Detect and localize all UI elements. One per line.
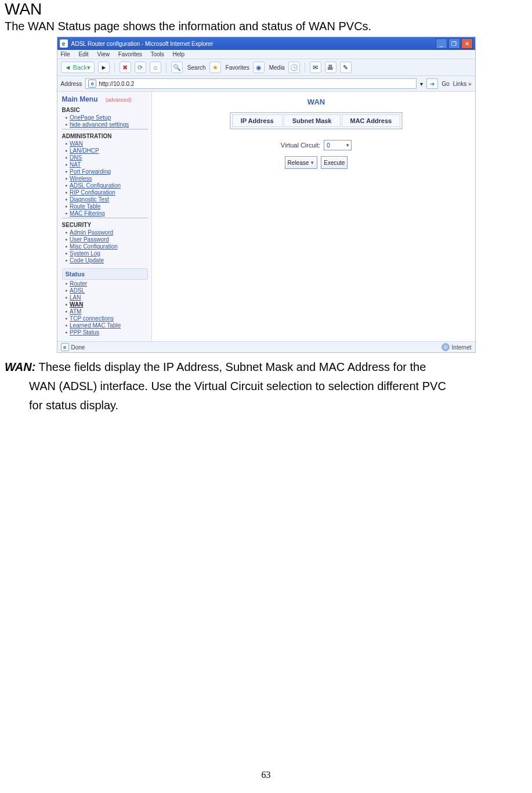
section-security: SECURITY [62, 222, 148, 228]
close-button[interactable]: ✕ [461, 38, 473, 49]
maximize-button[interactable]: ❐ [448, 38, 460, 49]
sidebar-item-hideadv[interactable]: hide advanced settings [66, 121, 148, 128]
sidebar-item-macfilter[interactable]: MAC Filtering [66, 210, 148, 217]
sidebar-item-misccfg[interactable]: Misc Configuration [66, 243, 148, 250]
wan-table: IP Address Subnet Mask MAC Address [230, 112, 403, 129]
search-button[interactable]: 🔍 [171, 62, 183, 73]
body-line3: for status display. [29, 396, 527, 415]
address-field[interactable]: e http://10.0.0.2 [85, 78, 417, 89]
sidebar-item-userpwd[interactable]: User Password [66, 236, 148, 243]
sidebar-item-routetable[interactable]: Route Table [66, 203, 148, 210]
menu-edit[interactable]: Edit [78, 51, 88, 57]
sidebar-item-onepage[interactable]: OnePage Setup [66, 114, 148, 121]
body-label: WAN: [5, 361, 35, 373]
forward-button[interactable]: ► [98, 62, 110, 73]
section-admin: ADMINISTRATION [62, 133, 148, 139]
mail-button[interactable]: ✉ [310, 62, 321, 73]
body-paragraph: WAN: These fields display the IP Address… [5, 358, 527, 415]
body-line1: These fields display the IP Address, Sub… [35, 361, 426, 373]
home-button[interactable]: ⌂ [150, 62, 161, 73]
main-menu-header: Main Menu (advanced) [62, 95, 148, 103]
sidebar-item-portfwd[interactable]: Port Forwarding [66, 168, 148, 175]
favorites-button[interactable]: ★ [209, 62, 221, 73]
sidebar-item-adminpwd[interactable]: Admin Password [66, 229, 148, 236]
zone-label: Internet [452, 344, 472, 351]
sidebar-item-landhcp[interactable]: LAN/DHCP [66, 147, 148, 154]
status-done: Done [71, 344, 85, 351]
main-panel: WAN IP Address Subnet Mask MAC Address V… [152, 92, 475, 341]
sidebar-item-wan[interactable]: WAN [66, 140, 148, 147]
minimize-button[interactable]: _ [436, 38, 447, 49]
links-label[interactable]: Links » [453, 81, 472, 87]
sidebar-item-adsl[interactable]: ADSL [66, 287, 148, 294]
vc-label: Virtual Circuit: [281, 142, 320, 149]
menu-favorites[interactable]: Favorites [118, 51, 142, 57]
section-status: Status [62, 268, 148, 280]
sidebar-item-pppstatus[interactable]: PPP Status [66, 329, 148, 336]
edit-icon: ✎ [343, 64, 348, 71]
stop-icon: ✖ [122, 64, 128, 71]
stop-button[interactable]: ✖ [120, 62, 131, 73]
favorites-label: Favorites [226, 64, 249, 71]
go-button[interactable]: ➔ [426, 78, 438, 89]
browser-statusbar: e Done Internet [57, 341, 475, 352]
back-label: Back [73, 64, 86, 71]
address-value: http://10.0.0.2 [99, 81, 134, 87]
history-button[interactable]: 🕓 [288, 62, 300, 73]
virtual-circuit-row: Virtual Circuit: 0 ▼ [281, 140, 352, 150]
toolbar: ◄Back ▾ ► ✖ ⟳ ⌂ 🔍Search ★Favorites ◉Medi… [57, 59, 475, 76]
media-label: Media [269, 64, 285, 71]
sidebar-item-dns[interactable]: DNS [66, 154, 148, 161]
security-zone: Internet [441, 343, 472, 351]
menu-help[interactable]: Help [173, 51, 185, 57]
sidebar-item-adslcfg[interactable]: ADSL Configuration [66, 182, 148, 189]
sidebar-item-mactable[interactable]: Learned MAC Table [66, 322, 148, 329]
col-subnet: Subnet Mask [284, 114, 341, 127]
mail-icon: ✉ [313, 64, 318, 71]
edit-button[interactable]: ✎ [340, 62, 352, 73]
star-icon: ★ [212, 64, 218, 71]
menu-file[interactable]: File [61, 51, 70, 57]
refresh-icon: ⟳ [137, 64, 143, 71]
vc-select[interactable]: 0 ▼ [324, 140, 352, 150]
sidebar-item-tcpconn[interactable]: TCP connections [66, 315, 148, 322]
page-content: Main Menu (advanced) BASIC OnePage Setup… [57, 92, 475, 341]
window-titlebar: e ADSL Router configuration - Microsoft … [57, 37, 475, 50]
print-button[interactable]: 🖶 [325, 62, 336, 73]
home-icon: ⌂ [154, 64, 158, 71]
search-label: Search [187, 64, 206, 71]
sidebar-item-router[interactable]: Router [66, 280, 148, 287]
sidebar-item-wan-status[interactable]: WAN [66, 301, 148, 308]
section-basic: BASIC [62, 107, 148, 113]
sidebar-item-lan[interactable]: LAN [66, 294, 148, 301]
intro-text: The WAN Status page shows the informatio… [5, 20, 527, 33]
media-button[interactable]: ◉ [253, 62, 265, 73]
sidebar-item-wireless[interactable]: Wireless [66, 175, 148, 182]
go-label: Go [441, 81, 449, 87]
address-bar: Address e http://10.0.0.2 ▾ ➔ Go Links » [57, 76, 475, 92]
release-select[interactable]: Release ▼ [285, 156, 318, 169]
sidebar-item-syslog[interactable]: System Log [66, 250, 148, 257]
sidebar-item-atm[interactable]: ATM [66, 308, 148, 315]
body-line2: WAN (ADSL) interface. Use the Virtual Ci… [29, 377, 527, 396]
back-button[interactable]: ◄Back ▾ [61, 62, 95, 73]
sidebar-item-codeupd[interactable]: Code Update [66, 257, 148, 264]
sidebar-item-nat[interactable]: NAT [66, 161, 148, 168]
execute-button[interactable]: Execute [321, 156, 348, 169]
release-label: Release [288, 160, 309, 166]
sidebar-item-ripcfg[interactable]: RIP Configuration [66, 189, 148, 196]
chevron-down-icon: ▼ [345, 143, 350, 148]
chevron-down-icon: ▼ [310, 160, 314, 165]
history-icon: 🕓 [290, 64, 298, 71]
sidebar: Main Menu (advanced) BASIC OnePage Setup… [57, 92, 152, 341]
window-title: ADSL Router configuration - Microsoft In… [71, 41, 213, 47]
menu-view[interactable]: View [97, 51, 110, 57]
sidebar-item-diagtest[interactable]: Diagnostic Test [66, 196, 148, 203]
done-icon: e [61, 343, 69, 351]
section-title: WAN [5, 0, 527, 19]
menu-tools[interactable]: Tools [150, 51, 164, 57]
page-icon: e [88, 80, 96, 88]
menu-bar: File Edit View Favorites Tools Help [57, 50, 475, 59]
internet-zone-icon [441, 343, 450, 351]
refresh-button[interactable]: ⟳ [135, 62, 146, 73]
